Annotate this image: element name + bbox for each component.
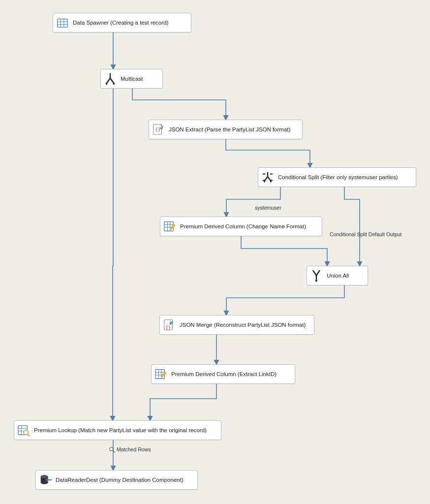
node-datareader-dest[interactable]: DataReaderDest (Dummy Destination Compon… xyxy=(35,470,198,490)
union-all-icon xyxy=(310,269,323,282)
node-label: JSON Extract (Parse the PartyList JSON f… xyxy=(169,126,290,132)
magnifier-icon xyxy=(109,446,116,453)
node-derived-change-name[interactable]: Premium Derived Column (Change Name Form… xyxy=(160,217,322,236)
conditional-split-icon xyxy=(261,171,274,184)
node-label: Data Spawner (Creating a test record) xyxy=(73,20,168,26)
edge-label-systemuser: systemuser xyxy=(255,205,281,211)
node-label: Conditional Split (Filter only systemuse… xyxy=(278,174,398,180)
table-star-icon xyxy=(56,16,69,29)
svg-text:{ }: { } xyxy=(166,325,171,330)
svg-rect-2 xyxy=(58,19,67,28)
json-extract-icon: { } xyxy=(152,123,165,136)
svg-marker-14 xyxy=(270,181,272,183)
svg-point-0 xyxy=(110,447,113,451)
node-derived-linkid[interactable]: Premium Derived Column (Extract LinkID) xyxy=(151,364,295,384)
node-premium-lookup[interactable]: Premium Lookup (Match new PartyList valu… xyxy=(14,420,221,440)
svg-point-36 xyxy=(41,475,48,478)
node-label: Premium Derived Column (Extract LinkID) xyxy=(171,371,276,377)
node-json-extract[interactable]: { } JSON Extract (Parse the PartyList JS… xyxy=(149,120,303,139)
derived-column-icon xyxy=(163,220,176,233)
svg-point-33 xyxy=(24,430,28,435)
node-label: DataReaderDest (Dummy Destination Compon… xyxy=(56,477,184,483)
node-label: Premium Derived Column (Change Name Form… xyxy=(180,223,306,229)
svg-marker-13 xyxy=(263,181,266,183)
node-conditional-split[interactable]: Conditional Split (Filter only systemuse… xyxy=(258,167,416,187)
node-label: JSON Merge (Reconstruct PartyList JSON f… xyxy=(180,322,306,328)
node-data-spawner[interactable]: Data Spawner (Creating a test record) xyxy=(53,13,191,32)
derived-column-icon xyxy=(154,368,167,380)
edge-label-default-output: Conditional Split Default Output xyxy=(330,231,402,237)
node-union-all[interactable]: Union All xyxy=(307,266,368,285)
database-dest-icon xyxy=(39,473,52,486)
svg-text:{ }: { } xyxy=(155,127,160,132)
svg-marker-9 xyxy=(113,83,115,85)
node-label: Union All xyxy=(327,273,349,279)
svg-marker-8 xyxy=(105,83,108,85)
svg-line-1 xyxy=(113,450,115,452)
node-json-merge[interactable]: { } JSON Merge (Reconstruct PartyList JS… xyxy=(159,315,314,335)
lookup-icon xyxy=(17,424,30,437)
multicast-icon xyxy=(104,72,117,85)
node-label: Multicast xyxy=(121,76,143,82)
edge-label-matched-rows: Matched Rows xyxy=(117,446,151,452)
node-label: Premium Lookup (Match new PartyList valu… xyxy=(34,427,207,433)
node-multicast[interactable]: Multicast xyxy=(100,69,163,89)
json-merge-icon: { } xyxy=(163,318,176,331)
svg-marker-20 xyxy=(315,280,318,282)
svg-line-34 xyxy=(28,434,30,436)
